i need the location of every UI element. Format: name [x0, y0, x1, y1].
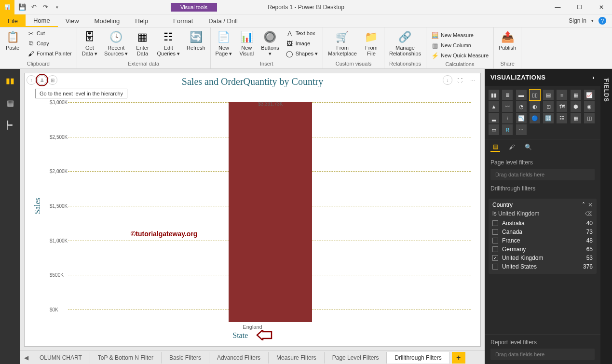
remove-filter-icon[interactable]: ✕ [588, 202, 593, 208]
viz-type-2[interactable]: ▬ [516, 90, 527, 100]
page-filters-drop[interactable]: Drag data fields here [490, 169, 595, 180]
viz-type-16[interactable]: ▂ [489, 113, 499, 123]
focus-mode-icon[interactable]: ⛶ [455, 75, 465, 85]
analytics-tab-icon[interactable]: 🔍 [523, 142, 533, 152]
viz-type-7[interactable]: 📈 [584, 90, 595, 100]
format-painter-button[interactable]: 🖌Format Painter [24, 49, 75, 58]
viz-type-13[interactable]: 🗺 [557, 101, 567, 112]
viz-type-22[interactable]: ▦ [571, 113, 581, 123]
menu-view[interactable]: View [58, 14, 87, 27]
viz-type-19[interactable]: 🔵 [530, 113, 540, 123]
country-option-united-states[interactable]: United States376 [492, 262, 593, 271]
country-option-australia[interactable]: Australia40 [492, 219, 593, 228]
model-view-icon[interactable]: ┡╸ [3, 118, 17, 132]
viz-type-18[interactable]: 📉 [516, 113, 527, 123]
viz-type-0[interactable]: ▮▮ [489, 90, 499, 100]
viz-type-17[interactable]: ⫶ [502, 113, 513, 123]
page-tab-page-level-filters[interactable]: Page Level FIlters [325, 352, 387, 364]
copy-button[interactable]: ⧉Copy [24, 39, 75, 48]
checkbox-icon[interactable] [492, 255, 498, 261]
from-file-button[interactable]: 📁From File [361, 28, 382, 57]
menu-modeling[interactable]: Modeling [87, 14, 128, 27]
new-measure-button[interactable]: 🧮New Measure [428, 30, 491, 40]
add-page-button[interactable]: + [452, 352, 465, 364]
publish-button[interactable]: 📤Publish [496, 28, 519, 52]
viz-type-5[interactable]: ≡ [557, 90, 567, 100]
recent-sources-button[interactable]: 🕓Recent Sources ▾ [101, 28, 131, 57]
image-button[interactable]: 🖼Image [283, 39, 321, 48]
help-icon[interactable]: ? [598, 17, 606, 25]
page-tab-measure-filters[interactable]: Measure Filters [269, 352, 325, 364]
new-visual-button[interactable]: 📊New Visual [236, 28, 257, 57]
page-tab-top-bottom[interactable]: ToP & Bottom N Filter [90, 352, 162, 364]
menu-format[interactable]: Format [165, 14, 201, 27]
viz-type-25[interactable]: R [502, 124, 513, 135]
viz-type-6[interactable]: ▦ [571, 90, 581, 100]
maximize-button[interactable]: ☐ [569, 0, 590, 14]
viz-type-8[interactable]: ▲ [489, 101, 499, 112]
checkbox-icon[interactable] [492, 238, 498, 243]
viz-type-15[interactable]: ◉ [584, 101, 595, 112]
buttons-button[interactable]: 🔘Buttons ▾ [258, 28, 282, 57]
minimize-button[interactable]: — [547, 0, 569, 14]
drill-mode-icon[interactable]: ↓ [443, 75, 452, 85]
viz-type-10[interactable]: ◔ [516, 101, 527, 112]
refresh-button[interactable]: 🔄Refresh [184, 28, 208, 52]
from-marketplace-button[interactable]: 🛒From Marketplace [325, 28, 360, 57]
menu-data-drill[interactable]: Data / Drill [201, 14, 245, 27]
checkbox-icon[interactable] [492, 220, 498, 226]
close-button[interactable]: ✕ [590, 0, 612, 14]
more-options-icon[interactable]: ⋯ [468, 75, 477, 85]
menu-help[interactable]: Help [127, 14, 156, 27]
viz-type-23[interactable]: ◫ [584, 113, 595, 123]
redo-icon[interactable]: ↷ [41, 2, 50, 12]
checkbox-icon[interactable] [492, 264, 498, 270]
viz-type-11[interactable]: ◐ [530, 101, 540, 112]
country-option-germany[interactable]: Germany65 [492, 245, 593, 254]
viz-type-4[interactable]: ▤ [543, 90, 554, 100]
paste-button[interactable]: 📋Paste [2, 28, 23, 52]
viz-type-14[interactable]: ⬢ [571, 101, 581, 112]
drill-up-icon[interactable]: ↑ [27, 75, 36, 85]
fields-pane-collapsed[interactable]: ‹ FIELDS [600, 69, 612, 364]
new-column-button[interactable]: ▥New Column [428, 40, 491, 50]
viz-type-1[interactable]: ≣ [502, 90, 513, 100]
viz-type-20[interactable]: 🔢 [543, 113, 554, 123]
checkbox-icon[interactable] [492, 229, 498, 235]
bar-england[interactable] [229, 102, 312, 322]
viz-type-21[interactable]: ☷ [557, 113, 567, 123]
tab-scroll-left[interactable]: ◀ [20, 354, 32, 361]
text-box-button[interactable]: AText box [283, 28, 321, 38]
viz-type-9[interactable]: 〰 [502, 101, 513, 112]
new-quick-measure-button[interactable]: ⚡New Quick Measure [428, 51, 491, 60]
data-view-icon[interactable]: ▦ [3, 96, 17, 109]
get-data-button[interactable]: 🗄Get Data ▾ [79, 28, 100, 57]
manage-relationships-button[interactable]: 🔗Manage Relationships [386, 28, 424, 57]
page-tab-drillthrough-filters[interactable]: Drillthrough Filters [387, 352, 449, 364]
report-filters-drop[interactable]: Drag data fields here [490, 349, 595, 360]
qat-dropdown-icon[interactable]: ▾ [52, 2, 62, 12]
report-canvas[interactable]: ↑ ⇊ ⊞ ↓ ⛶ ⋯ Go to the next level in the … [24, 73, 481, 347]
eraser-icon[interactable]: ⌫ [585, 211, 593, 217]
cut-button[interactable]: ✂Cut [24, 28, 75, 38]
expand-all-icon[interactable]: ⊞ [48, 75, 57, 85]
chevron-up-icon[interactable]: ˄ [582, 202, 585, 208]
fields-tab-icon[interactable]: ▤ [490, 142, 500, 152]
edit-queries-button[interactable]: ☷Edit Queries ▾ [154, 28, 183, 57]
enter-data-button[interactable]: ▦Enter Data [132, 28, 153, 57]
shapes-button[interactable]: ◯Shapes ▾ [283, 49, 321, 58]
new-page-button[interactable]: 📄New Page ▾ [213, 28, 235, 57]
menu-file[interactable]: File [0, 14, 26, 27]
undo-icon[interactable]: ↶ [29, 2, 39, 12]
page-tab-column-chart[interactable]: OLUMN CHART [32, 352, 90, 364]
country-option-france[interactable]: France48 [492, 236, 593, 245]
viz-type-26[interactable]: ⋯ [516, 124, 527, 135]
menu-home[interactable]: Home [26, 14, 58, 27]
checkbox-icon[interactable] [492, 246, 498, 252]
save-icon[interactable]: 💾 [17, 2, 27, 12]
viz-type-12[interactable]: ⊡ [543, 101, 554, 112]
page-tab-advanced-filters[interactable]: Advanced FIlters [209, 352, 269, 364]
chevron-down-icon[interactable]: ▾ [591, 18, 594, 23]
page-tab-basic-filters[interactable]: Basic FIlters [162, 352, 209, 364]
viz-type-24[interactable]: ▭ [489, 124, 499, 135]
